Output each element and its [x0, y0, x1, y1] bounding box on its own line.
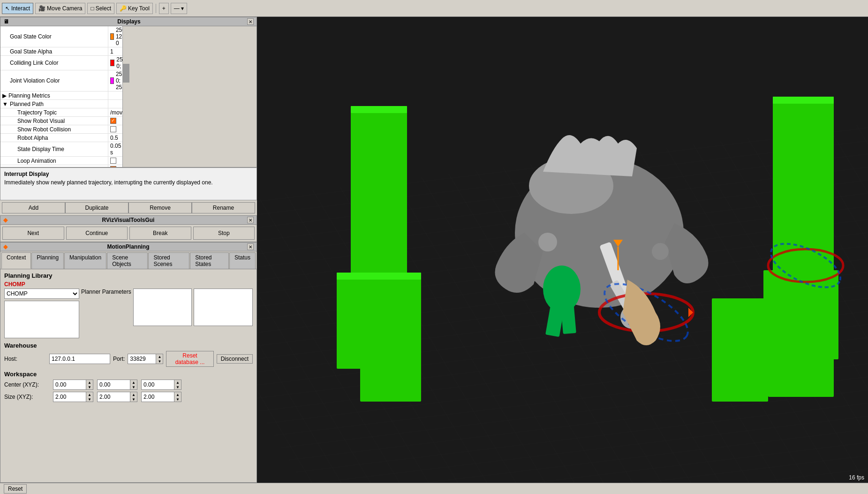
arrow-icon: — ▾ [174, 5, 184, 12]
add-button[interactable]: Add [2, 202, 65, 213]
reset-button[interactable]: Reset [4, 484, 27, 494]
tab-stored-scenes[interactable]: Stored Scenes [148, 252, 189, 269]
move-camera-button[interactable]: 🎥 Move Camera [35, 3, 85, 14]
disconnect-button[interactable]: Disconnect [217, 354, 253, 364]
center-xyz-row: Center (XYZ): ▲ ▼ ▲ ▼ [4, 380, 253, 390]
status-bar: Reset [0, 483, 868, 494]
planner-select[interactable]: CHOMP [4, 289, 79, 299]
prop-value[interactable] [108, 117, 122, 125]
displays-close-button[interactable]: ✕ [247, 18, 254, 25]
cx-input[interactable] [53, 380, 86, 390]
expand-arrow[interactable]: ▶ [2, 92, 7, 99]
expand-arrow-planned[interactable]: ▼ [2, 101, 8, 107]
svg-rect-8 [773, 97, 834, 104]
options-button[interactable]: — ▾ [171, 3, 187, 14]
select-button[interactable]: □ Select [87, 3, 114, 14]
cz-up[interactable]: ▲ [174, 380, 181, 385]
mp-icon: ◆ [3, 243, 8, 250]
cz-input[interactable] [141, 380, 174, 390]
displays-icon: 🖥 [3, 18, 9, 25]
prop-name: State Display Time [0, 142, 108, 156]
port-spinbox[interactable]: ▲ ▼ [128, 354, 163, 364]
cx-down[interactable]: ▼ [86, 385, 93, 389]
host-input[interactable] [49, 354, 110, 364]
warehouse-label: Warehouse [4, 342, 253, 349]
cy-input[interactable] [97, 380, 130, 390]
cy-up[interactable]: ▲ [130, 380, 137, 385]
planner-params-label: Planner Parameters [81, 289, 131, 326]
interact-button[interactable]: ↖ Interact [2, 3, 33, 14]
sy-down[interactable]: ▼ [130, 397, 137, 402]
camera-icon: 🎥 [38, 5, 45, 12]
3d-scene [257, 17, 868, 483]
prop-value[interactable]: 255; 0; 255 [108, 70, 122, 91]
tab-manipulation[interactable]: Manipulation [64, 252, 106, 269]
cz-spin[interactable]: ▲ ▼ [141, 380, 181, 390]
tab-scene-objects[interactable]: Scene Objects [107, 252, 148, 269]
duplicate-button[interactable]: Duplicate [65, 202, 128, 213]
viewport[interactable]: 16 fps [257, 17, 868, 483]
prop-value[interactable] [108, 125, 122, 133]
cx-spin[interactable]: ▲ ▼ [53, 380, 93, 390]
next-button[interactable]: Next [2, 227, 64, 240]
params-box-right[interactable] [194, 289, 253, 326]
cz-down[interactable]: ▼ [174, 385, 181, 389]
checkbox-show-trail[interactable] [110, 166, 116, 167]
planner-list[interactable] [4, 301, 79, 338]
key-tool-label: Key Tool [128, 5, 150, 12]
sx-input[interactable] [53, 392, 86, 402]
prop-planned-path: ▼ Planned Path [0, 100, 122, 108]
sx-down[interactable]: ▼ [86, 397, 93, 402]
prop-value[interactable]: 255; 0; 0 [108, 56, 122, 70]
cy-spin[interactable]: ▲ ▼ [97, 380, 137, 390]
planner-dropdown[interactable]: CHOMP [5, 289, 79, 298]
checkbox-show-robot-visual[interactable] [110, 118, 116, 124]
sz-down[interactable]: ▼ [174, 397, 181, 402]
prop-show-trail: Show Trail [0, 165, 122, 167]
key-tool-button[interactable]: 🔑 Key Tool [116, 3, 153, 14]
sx-spin[interactable]: ▲ ▼ [53, 392, 93, 402]
rviz-close-button[interactable]: ✕ [247, 217, 254, 223]
prop-name[interactable]: ▼ Planned Path [0, 100, 108, 108]
planner-area: CHOMP Planner Parameters [4, 289, 253, 338]
checkbox-loop-animation[interactable] [110, 158, 116, 164]
scrollbar[interactable] [122, 26, 129, 167]
break-button[interactable]: Break [129, 227, 191, 240]
sz-spin[interactable]: ▲ ▼ [141, 392, 181, 402]
scroll-thumb[interactable] [123, 64, 129, 83]
sz-input[interactable] [141, 392, 174, 402]
workspace-section: Workspace Center (XYZ): ▲ ▼ [4, 371, 253, 402]
sy-spin[interactable]: ▲ ▼ [97, 392, 137, 402]
port-down[interactable]: ▼ [156, 359, 163, 364]
continue-button[interactable]: Continue [66, 227, 128, 240]
prop-name[interactable]: ▶ Planning Metrics [0, 91, 108, 99]
params-box-left[interactable] [133, 289, 192, 326]
chomp-label: CHOMP [4, 281, 253, 288]
reset-database-button[interactable]: Reset database ... [166, 351, 213, 367]
prop-value[interactable] [108, 165, 122, 167]
remove-button[interactable]: Remove [128, 202, 192, 213]
rename-button[interactable]: Rename [192, 202, 255, 213]
prop-value[interactable] [108, 157, 122, 165]
sx-up[interactable]: ▲ [86, 392, 93, 397]
tab-status[interactable]: Status [229, 252, 256, 269]
sy-input[interactable] [97, 392, 130, 402]
prop-name: Show Robot Collision [0, 125, 108, 133]
prop-value[interactable]: 250; 128; 0 [108, 26, 122, 47]
sz-up[interactable]: ▲ [174, 392, 181, 397]
stop-button[interactable]: Stop [193, 227, 255, 240]
prop-name: Goal State Color [0, 26, 108, 47]
port-input[interactable] [128, 354, 156, 364]
add-tool-button[interactable]: + [159, 3, 169, 14]
motion-planning-title: MotionPlanning [107, 243, 150, 250]
tab-context[interactable]: Context [1, 252, 31, 269]
mp-close-button[interactable]: ✕ [247, 243, 254, 250]
cx-up[interactable]: ▲ [86, 380, 93, 385]
prop-name: Joint Violation Color [0, 70, 108, 91]
cy-down[interactable]: ▼ [130, 385, 137, 389]
sy-up[interactable]: ▲ [130, 392, 137, 397]
tab-stored-states[interactable]: Stored States [190, 252, 229, 269]
tab-planning[interactable]: Planning [31, 252, 64, 269]
checkbox-show-robot-collision[interactable] [110, 126, 116, 132]
port-up[interactable]: ▲ [156, 354, 163, 359]
